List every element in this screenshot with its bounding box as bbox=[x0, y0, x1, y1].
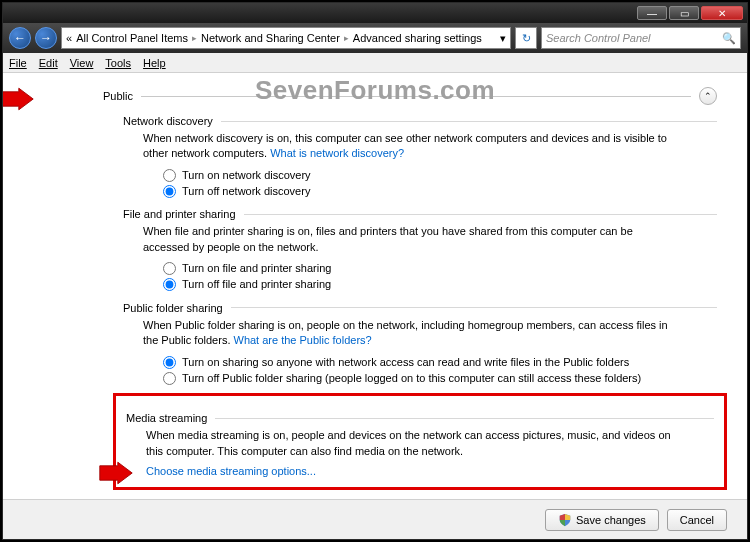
radio-label: Turn on file and printer sharing bbox=[182, 261, 331, 275]
chevron-right-icon: ▸ bbox=[192, 33, 197, 43]
radio-input[interactable] bbox=[163, 262, 176, 275]
forward-button[interactable]: → bbox=[35, 27, 57, 49]
section-header-public-folder: Public folder sharing bbox=[123, 302, 717, 314]
section-title: Media streaming bbox=[126, 412, 207, 424]
divider bbox=[221, 121, 717, 122]
divider bbox=[244, 214, 717, 215]
shield-icon bbox=[558, 513, 572, 527]
annotation-arrow-icon bbox=[3, 87, 35, 111]
section-description: When network discovery is on, this compu… bbox=[143, 131, 673, 162]
profile-label: Public bbox=[103, 90, 133, 102]
collapse-button[interactable]: ⌃ bbox=[699, 87, 717, 105]
close-button[interactable]: ✕ bbox=[701, 6, 743, 20]
section-description: When Public folder sharing is on, people… bbox=[143, 318, 673, 349]
refresh-button[interactable]: ↻ bbox=[515, 27, 537, 49]
dropdown-chevron-icon[interactable]: ▾ bbox=[500, 32, 506, 45]
section-title: Public folder sharing bbox=[123, 302, 223, 314]
radio-input[interactable] bbox=[163, 356, 176, 369]
menu-file[interactable]: File bbox=[9, 57, 27, 69]
annotation-arrow-icon bbox=[98, 461, 134, 485]
radio-input[interactable] bbox=[163, 278, 176, 291]
history-chevron-icon[interactable]: « bbox=[66, 32, 72, 44]
radio-option[interactable]: Turn off Public folder sharing (people l… bbox=[163, 371, 717, 385]
search-icon[interactable]: 🔍 bbox=[722, 32, 736, 45]
section-description: When file and printer sharing is on, fil… bbox=[143, 224, 673, 255]
navigation-bar: ← → « All Control Panel Items ▸ Network … bbox=[3, 23, 747, 53]
address-bar[interactable]: « All Control Panel Items ▸ Network and … bbox=[61, 27, 511, 49]
content-area: SevenForums.com Public ⌃ Network discove… bbox=[3, 73, 747, 499]
link-what-is-network-discovery[interactable]: What is network discovery? bbox=[270, 147, 404, 159]
radio-option[interactable]: Turn off file and printer sharing bbox=[163, 277, 717, 291]
section-title: File and printer sharing bbox=[123, 208, 236, 220]
divider bbox=[215, 418, 714, 419]
menu-help[interactable]: Help bbox=[143, 57, 166, 69]
section-header-media-streaming: Media streaming bbox=[126, 412, 714, 424]
divider bbox=[231, 307, 717, 308]
breadcrumb[interactable]: All Control Panel Items bbox=[76, 32, 188, 44]
radio-option[interactable]: Turn on sharing so anyone with network a… bbox=[163, 355, 717, 369]
breadcrumb[interactable]: Advanced sharing settings bbox=[353, 32, 482, 44]
search-placeholder: Search Control Panel bbox=[546, 32, 651, 44]
menu-view[interactable]: View bbox=[70, 57, 94, 69]
button-label: Save changes bbox=[576, 514, 646, 526]
section-description: When media streaming is on, people and d… bbox=[146, 428, 676, 459]
radio-option[interactable]: Turn off network discovery bbox=[163, 184, 717, 198]
link-choose-media-streaming[interactable]: Choose media streaming options... bbox=[146, 465, 316, 477]
chevron-right-icon: ▸ bbox=[344, 33, 349, 43]
divider bbox=[141, 96, 691, 97]
radio-label: Turn off Public folder sharing (people l… bbox=[182, 371, 641, 385]
radio-label: Turn off network discovery bbox=[182, 184, 310, 198]
radio-label: Turn on sharing so anyone with network a… bbox=[182, 355, 629, 369]
cancel-button[interactable]: Cancel bbox=[667, 509, 727, 531]
radio-input[interactable] bbox=[163, 185, 176, 198]
section-title: Network discovery bbox=[123, 115, 213, 127]
radio-input[interactable] bbox=[163, 372, 176, 385]
minimize-button[interactable]: — bbox=[637, 6, 667, 20]
section-header-network-discovery: Network discovery bbox=[123, 115, 717, 127]
footer-bar: Save changes Cancel bbox=[3, 499, 747, 539]
radio-label: Turn on network discovery bbox=[182, 168, 311, 182]
link-what-are-public-folders[interactable]: What are the Public folders? bbox=[234, 334, 372, 346]
back-button[interactable]: ← bbox=[9, 27, 31, 49]
menu-edit[interactable]: Edit bbox=[39, 57, 58, 69]
radio-input[interactable] bbox=[163, 169, 176, 182]
radio-label: Turn off file and printer sharing bbox=[182, 277, 331, 291]
menu-bar: File Edit View Tools Help bbox=[3, 53, 747, 73]
save-changes-button[interactable]: Save changes bbox=[545, 509, 659, 531]
menu-tools[interactable]: Tools bbox=[105, 57, 131, 69]
breadcrumb[interactable]: Network and Sharing Center bbox=[201, 32, 340, 44]
annotation-highlight-box: Media streaming When media streaming is … bbox=[113, 393, 727, 490]
radio-option[interactable]: Turn on file and printer sharing bbox=[163, 261, 717, 275]
radio-option[interactable]: Turn on network discovery bbox=[163, 168, 717, 182]
search-input[interactable]: Search Control Panel 🔍 bbox=[541, 27, 741, 49]
section-header-file-printer: File and printer sharing bbox=[123, 208, 717, 220]
profile-header[interactable]: Public ⌃ bbox=[103, 87, 717, 105]
maximize-button[interactable]: ▭ bbox=[669, 6, 699, 20]
titlebar: — ▭ ✕ bbox=[3, 3, 747, 23]
button-label: Cancel bbox=[680, 514, 714, 526]
